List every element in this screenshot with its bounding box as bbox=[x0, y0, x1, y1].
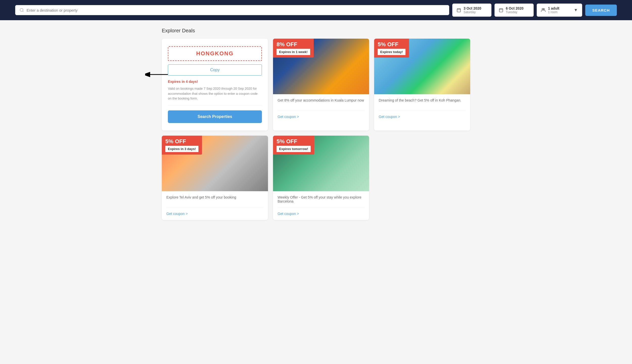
deal-card-barcelona: 5% OFF Expires tomorrow! Weekly Offer - … bbox=[273, 136, 369, 220]
discount-koh: 5% OFF bbox=[378, 41, 405, 48]
coupon-code: HONGKONG bbox=[172, 50, 258, 57]
search-properties-button[interactable]: Search Properties bbox=[168, 110, 262, 123]
checkout-date: 6 Oct 2020 bbox=[506, 6, 524, 10]
deal-badge-kuala: 8% OFF Expires in 1 week! bbox=[273, 39, 314, 58]
checkout-date-box[interactable]: 6 Oct 2020 Tuesday bbox=[494, 4, 534, 17]
chevron-down-icon: ▼ bbox=[574, 8, 578, 12]
deal-image-koh: 5% OFF Expires today! bbox=[374, 39, 470, 94]
person-icon bbox=[541, 8, 546, 12]
section-title: Explorer Deals bbox=[162, 28, 470, 34]
copy-button[interactable]: Copy bbox=[168, 64, 262, 76]
deal-image-barcelona: 5% OFF Expires tomorrow! bbox=[273, 136, 369, 191]
checkin-date-box[interactable]: 3 Oct 2020 Saturday bbox=[452, 4, 491, 17]
coupon-copy-area: Copy bbox=[168, 64, 262, 80]
search-box[interactable] bbox=[15, 5, 449, 15]
checkin-day: Saturday bbox=[464, 10, 481, 14]
deal-card-koh: 5% OFF Expires today! Dreaming of the be… bbox=[374, 39, 470, 131]
checkin-date: 3 Oct 2020 bbox=[464, 6, 481, 10]
discount-barcelona: 5% OFF bbox=[277, 138, 311, 145]
deal-body-koh: Dreaming of the beach? Get 5% off in Koh… bbox=[374, 94, 470, 123]
get-coupon-link-koh[interactable]: Get coupon > bbox=[379, 115, 400, 119]
deals-bottom-row: 5% OFF Expires in 3 days! Explore Tel Av… bbox=[162, 136, 470, 220]
deal-body-telaviv: Explore Tel Aviv and get 5% off your boo… bbox=[162, 191, 268, 220]
deal-desc-barcelona: Weekly Offer - Get 5% off your stay whil… bbox=[278, 195, 365, 208]
coupon-expires: Expires in 4 days! bbox=[168, 80, 262, 84]
checkout-day: Tuesday bbox=[506, 10, 524, 14]
guests-rooms: 1 room bbox=[548, 10, 559, 14]
deal-image-telaviv: 5% OFF Expires in 3 days! bbox=[162, 136, 268, 191]
deal-body-barcelona: Weekly Offer - Get 5% off your stay whil… bbox=[273, 191, 369, 220]
svg-point-0 bbox=[20, 8, 23, 11]
svg-line-1 bbox=[22, 11, 23, 12]
deal-image-kuala: 8% OFF Expires in 1 week! bbox=[273, 39, 369, 94]
deal-badge-barcelona: 5% OFF Expires tomorrow! bbox=[273, 136, 314, 155]
main-content: Explorer Deals HONGKONG Copy E bbox=[152, 28, 480, 220]
get-coupon-link-kuala[interactable]: Get coupon > bbox=[278, 115, 299, 119]
coupon-code-box: HONGKONG bbox=[168, 46, 262, 61]
calendar-icon bbox=[457, 8, 461, 12]
svg-rect-2 bbox=[457, 9, 461, 12]
deal-desc-telaviv: Explore Tel Aviv and get 5% off your boo… bbox=[166, 195, 263, 208]
deal-desc-kuala: Get 8% off your accommodations in Kuala … bbox=[278, 98, 365, 111]
deal-desc-koh: Dreaming of the beach? Get 5% off in Koh… bbox=[379, 98, 466, 111]
deal-badge-koh: 5% OFF Expires today! bbox=[374, 39, 409, 58]
destination-input[interactable] bbox=[27, 8, 445, 12]
calendar-icon-2 bbox=[499, 8, 503, 12]
expires-barcelona: Expires tomorrow! bbox=[277, 146, 311, 152]
get-coupon-link-telaviv[interactable]: Get coupon > bbox=[166, 212, 188, 216]
coupon-valid-text: Valid on bookings made 7 Sep 2020 throug… bbox=[168, 86, 262, 105]
deal-body-kuala: Get 8% off your accommodations in Kuala … bbox=[273, 94, 369, 123]
arrow-annotation bbox=[145, 67, 170, 82]
discount-telaviv: 5% OFF bbox=[165, 138, 198, 145]
deal-card-telaviv: 5% OFF Expires in 3 days! Explore Tel Av… bbox=[162, 136, 268, 220]
deals-top-row: HONGKONG Copy Expires in 4 days! Valid o… bbox=[162, 39, 470, 131]
coupon-card: HONGKONG Copy Expires in 4 days! Valid o… bbox=[162, 39, 268, 131]
expires-kuala: Expires in 1 week! bbox=[277, 49, 310, 55]
expires-telaviv: Expires in 3 days! bbox=[165, 146, 198, 152]
deal-badge-telaviv: 5% OFF Expires in 3 days! bbox=[162, 136, 202, 155]
get-coupon-link-barcelona[interactable]: Get coupon > bbox=[278, 212, 299, 216]
expires-koh: Expires today! bbox=[378, 49, 405, 55]
search-button[interactable]: SEARCH bbox=[585, 5, 617, 16]
deal-card-kuala: 8% OFF Expires in 1 week! Get 8% off you… bbox=[273, 39, 369, 131]
guests-box[interactable]: 1 adult 1 room ▼ bbox=[537, 4, 582, 17]
guests-adults: 1 adult bbox=[548, 6, 559, 10]
top-navigation: 3 Oct 2020 Saturday 6 Oct 2020 Tuesday 1… bbox=[0, 0, 632, 20]
discount-kuala: 8% OFF bbox=[277, 41, 310, 48]
svg-rect-6 bbox=[499, 9, 503, 12]
search-icon bbox=[19, 8, 24, 12]
